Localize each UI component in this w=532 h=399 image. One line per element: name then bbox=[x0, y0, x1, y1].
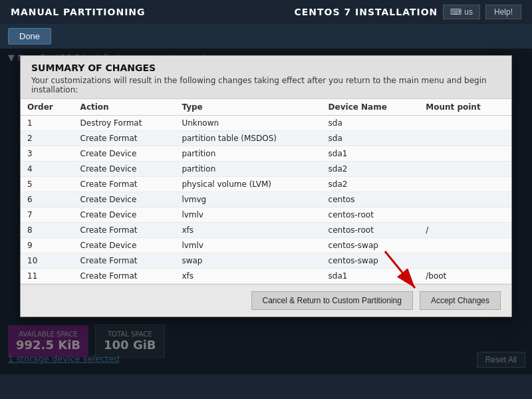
cell-action: Destroy Format bbox=[74, 116, 176, 131]
cell-order: 2 bbox=[21, 131, 74, 146]
cell-action: Create Device bbox=[74, 207, 176, 223]
cell-mount: / bbox=[419, 223, 511, 238]
changes-table: Order Action Type Device Name Mount poin… bbox=[21, 99, 511, 284]
modal-header: SUMMARY OF CHANGES Your customizations w… bbox=[21, 56, 511, 99]
header: MANUAL PARTITIONING CENTOS 7 INSTALLATIO… bbox=[0, 0, 532, 24]
modal-overlay: SUMMARY OF CHANGES Your customizations w… bbox=[0, 49, 532, 374]
main-area: ▼ New CentOS 7 Installation centos-root … bbox=[0, 49, 532, 374]
cell-type: Unknown bbox=[175, 116, 321, 131]
cell-device: centos-root bbox=[322, 223, 420, 238]
help-button[interactable]: Help! bbox=[485, 5, 521, 19]
cell-action: Create Format bbox=[74, 223, 176, 238]
cell-action: Create Device bbox=[74, 162, 176, 177]
app-title-right: CENTOS 7 INSTALLATION bbox=[294, 7, 438, 17]
done-button[interactable]: Done bbox=[8, 28, 51, 45]
cell-type: xfs bbox=[175, 269, 321, 284]
table-row: 6Create Devicelvmvgcentos bbox=[21, 192, 511, 207]
cell-mount bbox=[419, 131, 511, 146]
keyboard-button[interactable]: ⌨ us bbox=[443, 5, 480, 19]
table-row: 8Create Formatxfscentos-root/ bbox=[21, 223, 511, 238]
cell-mount bbox=[419, 116, 511, 131]
cell-mount: /boot bbox=[419, 269, 511, 284]
table-row: 9Create Devicelvmlvcentos-swap bbox=[21, 238, 511, 253]
header-right: CENTOS 7 INSTALLATION ⌨ us Help! bbox=[294, 5, 521, 19]
cell-mount bbox=[419, 146, 511, 162]
cell-type: swap bbox=[175, 253, 321, 269]
modal-subtitle: Your customizations will result in the f… bbox=[31, 76, 501, 94]
cell-action: Create Device bbox=[74, 192, 176, 207]
cell-action: Create Format bbox=[74, 269, 176, 284]
accept-changes-button[interactable]: Accept Changes bbox=[420, 291, 501, 310]
cell-mount bbox=[419, 162, 511, 177]
cell-device: centos-root bbox=[322, 207, 420, 223]
cell-mount bbox=[419, 192, 511, 207]
cell-device: sda bbox=[322, 116, 420, 131]
cell-order: 1 bbox=[21, 116, 74, 131]
cell-type: partition bbox=[175, 162, 321, 177]
col-action: Action bbox=[74, 99, 176, 116]
cell-order: 7 bbox=[21, 207, 74, 223]
cell-action: Create Format bbox=[74, 253, 176, 269]
cell-order: 11 bbox=[21, 269, 74, 284]
cell-order: 5 bbox=[21, 177, 74, 192]
cell-order: 4 bbox=[21, 162, 74, 177]
keyboard-label: us bbox=[464, 7, 473, 17]
done-row: Done bbox=[0, 24, 532, 49]
cell-type: partition table (MSDOS) bbox=[175, 131, 321, 146]
cell-type: lvmlv bbox=[175, 207, 321, 223]
cell-device: sda2 bbox=[322, 162, 420, 177]
cell-device: sda bbox=[322, 131, 420, 146]
cell-order: 6 bbox=[21, 192, 74, 207]
cell-type: lvmvg bbox=[175, 192, 321, 207]
cell-device: sda1 bbox=[322, 146, 420, 162]
cell-device: centos bbox=[322, 192, 420, 207]
table-row: 10Create Formatswapcentos-swap bbox=[21, 253, 511, 269]
modal-title: SUMMARY OF CHANGES bbox=[31, 63, 501, 73]
cell-device: sda1 bbox=[322, 269, 420, 284]
cell-action: Create Device bbox=[74, 238, 176, 253]
app-title-left: MANUAL PARTITIONING bbox=[11, 7, 146, 17]
cell-type: lvmlv bbox=[175, 238, 321, 253]
cell-mount bbox=[419, 253, 511, 269]
table-row: 7Create Devicelvmlvcentos-root bbox=[21, 207, 511, 223]
cell-order: 10 bbox=[21, 253, 74, 269]
col-type: Type bbox=[175, 99, 321, 116]
col-mount: Mount point bbox=[419, 99, 511, 116]
cell-action: Create Format bbox=[74, 131, 176, 146]
table-row: 3Create Devicepartitionsda1 bbox=[21, 146, 511, 162]
keyboard-icon: ⌨ bbox=[450, 7, 462, 17]
col-order: Order bbox=[21, 99, 74, 116]
cell-mount bbox=[419, 177, 511, 192]
cell-mount bbox=[419, 238, 511, 253]
cell-type: xfs bbox=[175, 223, 321, 238]
cell-type: physical volume (LVM) bbox=[175, 177, 321, 192]
modal-footer: Cancel & Return to Custom Partitioning A… bbox=[21, 284, 511, 317]
cell-order: 8 bbox=[21, 223, 74, 238]
col-device: Device Name bbox=[322, 99, 420, 116]
cell-action: Create Format bbox=[74, 177, 176, 192]
cell-device: sda2 bbox=[322, 177, 420, 192]
cell-type: partition bbox=[175, 146, 321, 162]
cell-action: Create Device bbox=[74, 146, 176, 162]
cell-mount bbox=[419, 207, 511, 223]
table-row: 4Create Devicepartitionsda2 bbox=[21, 162, 511, 177]
cell-device: centos-swap bbox=[322, 238, 420, 253]
table-header-row: Order Action Type Device Name Mount poin… bbox=[21, 99, 511, 116]
cell-device: centos-swap bbox=[322, 253, 420, 269]
table-row: 2Create Formatpartition table (MSDOS)sda bbox=[21, 131, 511, 146]
cell-order: 3 bbox=[21, 146, 74, 162]
summary-modal: SUMMARY OF CHANGES Your customizations w… bbox=[20, 55, 512, 317]
cancel-button[interactable]: Cancel & Return to Custom Partitioning bbox=[251, 291, 413, 310]
table-row: 5Create Formatphysical volume (LVM)sda2 bbox=[21, 177, 511, 192]
table-row: 11Create Formatxfssda1/boot bbox=[21, 269, 511, 284]
table-row: 1Destroy FormatUnknownsda bbox=[21, 116, 511, 131]
cell-order: 9 bbox=[21, 238, 74, 253]
